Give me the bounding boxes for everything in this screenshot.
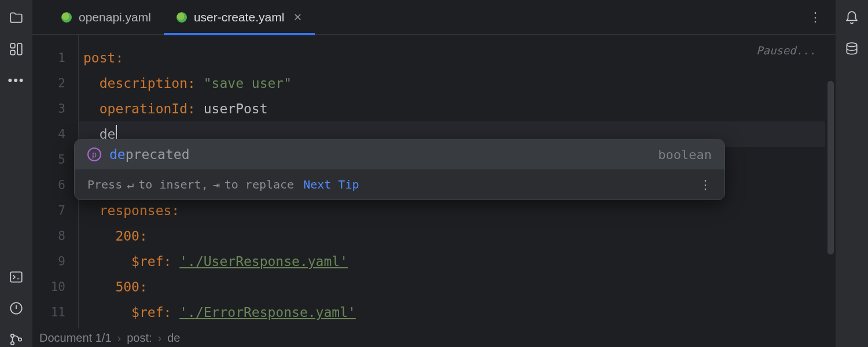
line-number: 4 (32, 121, 78, 147)
tabs-more-icon[interactable]: ⋮ (809, 10, 836, 25)
autocomplete-hint: Press ↵ to insert, ⇥ to replace Next Tip… (75, 169, 724, 200)
database-icon[interactable] (844, 42, 859, 57)
breadcrumb-segment[interactable]: de (167, 331, 180, 345)
line-number: 8 (32, 223, 78, 249)
svg-point-8 (847, 43, 856, 47)
autocomplete-more-icon[interactable]: ⋮ (699, 178, 712, 192)
close-icon[interactable]: ✕ (293, 11, 302, 24)
editor-area: openapi.yaml user-create.yaml ✕ ⋮ Paused… (32, 0, 836, 347)
svg-rect-1 (10, 50, 15, 55)
svg-rect-3 (10, 272, 22, 282)
line-number: 5 (32, 147, 78, 172)
line-number: 9 (32, 249, 78, 274)
autocomplete-type: boolean (658, 147, 712, 162)
line-number: 1 (32, 45, 78, 71)
svg-rect-2 (17, 43, 22, 55)
vcs-icon[interactable] (9, 332, 24, 347)
scrollbar-thumb[interactable] (827, 81, 834, 254)
svg-point-6 (11, 342, 14, 345)
tab-label: openapi.yaml (79, 10, 151, 24)
scrollbar[interactable] (825, 69, 836, 347)
problems-icon[interactable] (9, 301, 24, 316)
next-tip-link[interactable]: Next Tip (303, 178, 359, 191)
structure-icon[interactable] (9, 42, 24, 57)
autocomplete-popup: p deprecated boolean Press ↵ to insert, … (74, 139, 725, 200)
svg-point-5 (11, 334, 14, 337)
tab-label: user-create.yaml (194, 10, 284, 24)
more-tools-icon[interactable]: ••• (9, 73, 24, 88)
line-number: 10 (32, 274, 78, 300)
breadcrumb-segment[interactable]: Document 1/1 (39, 331, 112, 345)
line-number: 2 (32, 71, 78, 96)
right-tool-rail (836, 0, 868, 347)
tab-openapi[interactable]: openapi.yaml (49, 0, 164, 35)
line-number: 7 (32, 198, 78, 223)
yaml-file-icon (61, 12, 72, 23)
line-gutter: 1 2 3 4 5 6 7 8 9 10 11 12 (32, 35, 79, 347)
line-number: 11 (32, 300, 78, 325)
code-editor[interactable]: Paused... 1 2 3 4 5 6 7 8 9 10 11 12 pos… (32, 35, 836, 347)
tab-user-create[interactable]: user-create.yaml ✕ (164, 0, 315, 35)
terminal-icon[interactable] (9, 270, 24, 285)
editor-tabs: openapi.yaml user-create.yaml ✕ ⋮ (32, 0, 836, 35)
property-icon: p (87, 147, 101, 161)
left-tool-rail: ••• (0, 0, 32, 347)
breadcrumb-segment[interactable]: post: (127, 331, 152, 345)
tab-key-icon: ⇥ (213, 178, 220, 191)
line-number: 6 (32, 172, 78, 198)
svg-rect-0 (10, 43, 15, 48)
line-number: 3 (32, 96, 78, 121)
breadcrumb[interactable]: Document 1/1 › post: › de (37, 328, 836, 347)
autocomplete-item[interactable]: p deprecated boolean (75, 139, 724, 169)
notifications-icon[interactable] (844, 10, 859, 25)
autocomplete-label: deprecated (109, 147, 189, 162)
folder-icon[interactable] (9, 10, 24, 25)
enter-key-icon: ↵ (127, 178, 134, 191)
yaml-file-icon (176, 12, 187, 23)
